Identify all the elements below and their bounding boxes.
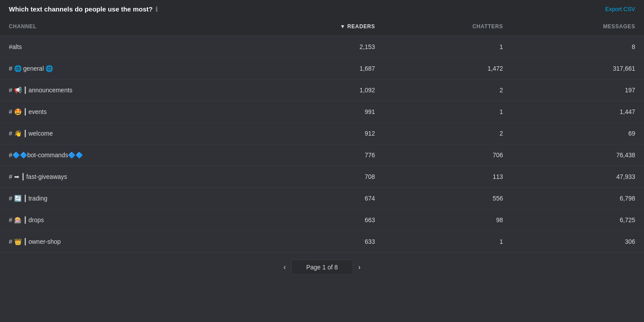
- cell-chatters: 706: [384, 144, 512, 166]
- col-messages[interactable]: MESSAGES: [512, 17, 644, 36]
- cell-channel: # 🤩 ┃ events: [0, 101, 244, 123]
- title-text: Which text channels do people use the mo…: [9, 5, 153, 13]
- table-row: # ➡ ┃ fast-giveaways70811347,933: [0, 166, 644, 188]
- cell-chatters: 113: [384, 166, 512, 188]
- cell-messages: 317,661: [512, 58, 644, 80]
- cell-chatters: 556: [384, 188, 512, 209]
- table-header-row: CHANNEL ▼ READERS CHATTERS MESSAGES: [0, 17, 644, 36]
- cell-chatters: 1,472: [384, 58, 512, 80]
- cell-readers: 776: [244, 144, 384, 166]
- col-channel: CHANNEL: [0, 17, 244, 36]
- cell-channel: # 👑 ┃ owner-shop: [0, 231, 244, 253]
- data-table-wrapper: CHANNEL ▼ READERS CHATTERS MESSAGES #alt…: [0, 17, 644, 253]
- export-csv-link[interactable]: Export CSV: [605, 6, 635, 12]
- cell-readers: 1,092: [244, 80, 384, 101]
- cell-readers: 663: [244, 209, 384, 231]
- cell-messages: 306: [512, 231, 644, 253]
- table-row: # 🎰 ┃ drops663986,725: [0, 209, 644, 231]
- info-icon[interactable]: ℹ: [155, 6, 158, 13]
- sort-arrow-icon: ▼: [340, 23, 347, 30]
- table-body: #alts2,15318# 🌐 general 🌐1,6871,472317,6…: [0, 36, 644, 253]
- table-row: # 🌐 general 🌐1,6871,472317,661: [0, 58, 644, 80]
- pagination-bar: ‹ Page 1 of 8 ›: [0, 253, 644, 280]
- col-readers[interactable]: ▼ READERS: [244, 17, 384, 36]
- channels-table: CHANNEL ▼ READERS CHATTERS MESSAGES #alt…: [0, 17, 644, 253]
- cell-messages: 8: [512, 36, 644, 58]
- cell-chatters: 1: [384, 231, 512, 253]
- cell-messages: 6,798: [512, 188, 644, 209]
- cell-readers: 991: [244, 101, 384, 123]
- cell-channel: # 👋 ┃ welcome: [0, 123, 244, 144]
- cell-chatters: 2: [384, 123, 512, 144]
- cell-chatters: 1: [384, 36, 512, 58]
- cell-messages: 6,725: [512, 209, 644, 231]
- cell-messages: 197: [512, 80, 644, 101]
- cell-channel: #alts: [0, 36, 244, 58]
- cell-channel: #🔷🔷bot-commands🔷🔷: [0, 144, 244, 166]
- table-row: # 🔄 ┃ trading6745566,798: [0, 188, 644, 209]
- cell-readers: 674: [244, 188, 384, 209]
- cell-messages: 47,933: [512, 166, 644, 188]
- cell-channel: # 🌐 general 🌐: [0, 58, 244, 80]
- next-page-button[interactable]: ›: [353, 260, 366, 274]
- cell-messages: 1,447: [512, 101, 644, 123]
- cell-readers: 1,687: [244, 58, 384, 80]
- cell-readers: 633: [244, 231, 384, 253]
- header-row: Which text channels do people use the mo…: [0, 0, 644, 17]
- cell-readers: 912: [244, 123, 384, 144]
- page-info: Page 1 of 8: [291, 260, 353, 275]
- cell-messages: 69: [512, 123, 644, 144]
- cell-channel: # 🔄 ┃ trading: [0, 188, 244, 209]
- col-chatters[interactable]: CHATTERS: [384, 17, 512, 36]
- cell-chatters: 98: [384, 209, 512, 231]
- cell-messages: 76,438: [512, 144, 644, 166]
- table-row: # 📢 ┃ announcements1,0922197: [0, 80, 644, 101]
- cell-readers: 708: [244, 166, 384, 188]
- cell-chatters: 1: [384, 101, 512, 123]
- cell-readers: 2,153: [244, 36, 384, 58]
- cell-channel: # ➡ ┃ fast-giveaways: [0, 166, 244, 188]
- cell-channel: # 🎰 ┃ drops: [0, 209, 244, 231]
- cell-chatters: 2: [384, 80, 512, 101]
- table-row: #alts2,15318: [0, 36, 644, 58]
- table-row: # 🤩 ┃ events99111,447: [0, 101, 644, 123]
- prev-page-button[interactable]: ‹: [278, 260, 291, 274]
- page-container: Which text channels do people use the mo…: [0, 0, 644, 280]
- table-row: #🔷🔷bot-commands🔷🔷77670676,438: [0, 144, 644, 166]
- table-row: # 👋 ┃ welcome912269: [0, 123, 644, 144]
- cell-channel: # 📢 ┃ announcements: [0, 80, 244, 101]
- table-row: # 👑 ┃ owner-shop6331306: [0, 231, 644, 253]
- section-title: Which text channels do people use the mo…: [9, 5, 158, 13]
